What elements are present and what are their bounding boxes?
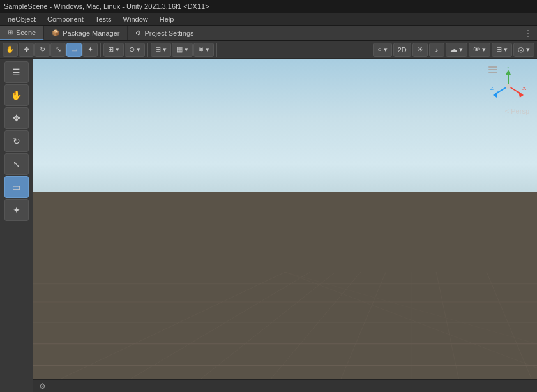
svg-marker-21 [493, 91, 498, 98]
grid-svg [33, 272, 537, 392]
tab-overflow-menu[interactable]: ⋮ [519, 26, 537, 40]
tool-move[interactable]: ✥ [4, 107, 29, 129]
tab-scene[interactable]: ⊞ Scene [0, 26, 44, 40]
toolbar-vis-btn[interactable]: 👁 ▾ [469, 43, 490, 57]
title-bar: SampleScene - Windows, Mac, Linux - Unit… [0, 0, 537, 13]
menu-tests[interactable]: Tests [90, 14, 117, 24]
menu-window[interactable]: Window [118, 14, 153, 24]
toolbar-move-btn[interactable]: ✥ [19, 43, 34, 57]
scene-tab-icon: ⊞ [8, 29, 13, 36]
toolbar-transform-btn[interactable]: ✦ [82, 43, 98, 57]
persp-label: < Persp [505, 107, 529, 115]
tool-menu-btn[interactable]: ☰ [4, 61, 29, 83]
svg-text:Z: Z [490, 86, 494, 91]
menu-gameobject[interactable]: neObject [3, 14, 41, 24]
scene-viewport[interactable]: X Y Z < Persp ⚙ [33, 59, 537, 392]
settings-tab-label: Project Settings [144, 29, 193, 37]
toolbar-hand-btn[interactable]: ✋ [3, 43, 18, 57]
tool-transform[interactable]: ✦ [4, 199, 29, 221]
scene-tab-label: Scene [16, 29, 36, 36]
toolbar-audio-right-btn[interactable]: ♪ [429, 43, 444, 57]
tool-hand[interactable]: ✋ [4, 84, 29, 106]
toolbar-snap-btn[interactable]: ⊞ ▾ [151, 43, 171, 57]
toolbar-group-grid: ⊞ ▾ ⊙ ▾ [103, 43, 148, 57]
svg-marker-17 [506, 70, 511, 75]
svg-line-8 [185, 272, 336, 392]
toolbar-lighting-btn[interactable]: ☀ [412, 43, 428, 57]
title-text: SampleScene - Windows, Mac, Linux - Unit… [4, 3, 209, 10]
scene-gizmo[interactable]: X Y Z [486, 64, 531, 109]
scene-bottom-bar: ⚙ [33, 379, 537, 392]
svg-text:X: X [522, 86, 526, 91]
ground-plane [33, 192, 537, 392]
axis-gizmo-svg: X Y Z [489, 67, 527, 105]
svg-line-9 [260, 272, 361, 392]
menu-bar: neObject Component Tests Window Help [0, 13, 537, 26]
package-tab-label: Package Manager [63, 29, 119, 37]
svg-text:Y: Y [506, 67, 510, 70]
toolbar-rotate-btn[interactable]: ↻ [34, 43, 50, 57]
svg-marker-19 [518, 91, 524, 98]
tool-rect[interactable]: ▭ [4, 176, 29, 198]
svg-point-22 [506, 84, 511, 89]
toolbar-snap2-btn[interactable]: ▦ ▾ [172, 43, 193, 57]
toolbar: ✋ ✥ ↻ ⤡ ▭ ✦ ⊞ ▾ ⊙ ▾ ⊞ ▾ ▦ ▾ ≋ ▾ ○ ▾ 2D ☀… [0, 41, 537, 59]
tabs-row: ⊞ Scene 📦 Package Manager ⚙ Project Sett… [0, 26, 537, 41]
svg-line-7 [109, 272, 310, 392]
toolbar-rect-btn[interactable]: ▭ [66, 43, 82, 57]
tool-rotate[interactable]: ↻ [4, 130, 29, 152]
toolbar-layout-btn[interactable]: ◎ ▾ [513, 43, 534, 57]
toolbar-group-transform: ✋ ✥ ↻ ⤡ ▭ ✦ [3, 43, 101, 57]
gizmo-lines [488, 66, 497, 73]
toolbar-scale-btn[interactable]: ⤡ [50, 43, 66, 57]
settings-tab-icon: ⚙ [135, 29, 141, 36]
toolbar-fx-btn[interactable]: ☁ ▾ [446, 43, 467, 57]
toolbar-audio-btn[interactable]: ≋ ▾ [193, 43, 214, 57]
toolbar-pivot-right-btn[interactable]: ○ ▾ [373, 43, 392, 57]
menu-component[interactable]: Component [42, 14, 89, 24]
menu-help[interactable]: Help [155, 14, 179, 24]
svg-line-13 [487, 272, 537, 392]
svg-line-10 [335, 272, 386, 392]
toolbar-right-group: ○ ▾ 2D ☀ ♪ ☁ ▾ 👁 ▾ ⊞ ▾ ◎ ▾ [373, 43, 534, 57]
tab-package-manager[interactable]: 📦 Package Manager [44, 26, 128, 40]
viewport-container: ☰ ✋ ✥ ↻ ⤡ ▭ ✦ [0, 59, 537, 392]
toolbar-2d-btn[interactable]: 2D [393, 43, 411, 57]
toolbar-layers-btn[interactable]: ⊞ ▾ [492, 43, 512, 57]
svg-line-12 [436, 272, 461, 392]
tool-scale[interactable]: ⤡ [4, 153, 29, 175]
toolbar-pivot-btn[interactable]: ⊞ ▾ [103, 43, 124, 57]
toolbar-global-btn[interactable]: ⊙ ▾ [125, 43, 145, 57]
tab-project-settings[interactable]: ⚙ Project Settings [128, 26, 202, 40]
toolbar-group-snap: ⊞ ▾ ▦ ▾ ≋ ▾ [151, 43, 217, 57]
sky-background [33, 59, 537, 209]
package-tab-icon: 📦 [52, 29, 59, 36]
svg-line-6 [33, 272, 285, 392]
console-icon[interactable]: ⚙ [36, 381, 49, 392]
tool-panel: ☰ ✋ ✥ ↻ ⤡ ▭ ✦ [0, 59, 33, 392]
